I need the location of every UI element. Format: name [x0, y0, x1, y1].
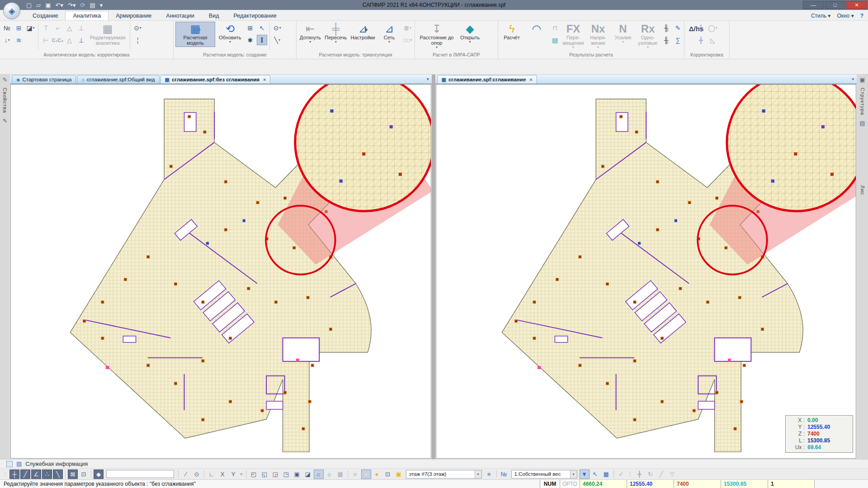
isolate-floor-button[interactable]: ▣	[394, 469, 404, 479]
apply-check-button[interactable]: ✓	[616, 469, 626, 479]
support-rigid-button[interactable]: ⊥	[76, 23, 86, 33]
sync-model-button[interactable]: ⟳	[80, 2, 85, 9]
floors-list-button[interactable]: ≡	[484, 469, 494, 479]
minimize-button[interactable]: —	[803, 1, 824, 9]
num-indicator[interactable]: NUM	[540, 480, 560, 488]
window-menu[interactable]: Окно ▾	[837, 13, 854, 19]
new-file-button[interactable]: ▢	[26, 2, 32, 9]
view-cube-back-button[interactable]: ◱	[259, 469, 269, 479]
node-target-button[interactable]: ⊙▾	[272, 23, 283, 33]
update-mesh-button[interactable]: ⊞	[245, 23, 255, 33]
visibility-selected-button[interactable]: ●	[361, 469, 371, 479]
isolate-object-button[interactable]: ⊡	[383, 469, 393, 479]
align-slabs-button[interactable]: ◻◻▾	[402, 35, 413, 45]
plane-tool2-button[interactable]: ▽	[667, 469, 677, 479]
save-button[interactable]: ▣	[45, 2, 51, 9]
load-direction-button[interactable]: ↓▾	[2, 35, 12, 45]
editable-analytics-button[interactable]: ▦ Редактируемая аналитика	[88, 22, 127, 47]
single-node-button[interactable]: RxОдно-узловые▾	[636, 22, 660, 50]
visibility-on-button[interactable]: ●	[372, 469, 382, 479]
sidebar-item-structure[interactable]: Структура	[860, 88, 865, 115]
lock-view-button[interactable]: ⊠	[68, 469, 78, 479]
support-top-hinge-button[interactable]: ⊤	[41, 23, 51, 33]
stiffness-spring-button[interactable]: ≋	[14, 35, 24, 45]
slab-loads-button[interactable]: ≣▾	[402, 23, 413, 33]
move-node-button[interactable]: ╋	[696, 23, 706, 33]
update-model-button[interactable]: ⟲ Обновить ▾	[217, 22, 244, 45]
view-cube-front-button[interactable]: ◰	[249, 469, 259, 479]
service-info-toggle[interactable]	[6, 461, 13, 467]
line-tool-button[interactable]: ∕	[181, 469, 191, 479]
qat-customize-button[interactable]: ▾	[100, 2, 103, 9]
tab-no-smoothing[interactable]: ▦ сглаживание.spf:без сглаживания ×	[160, 75, 271, 84]
unlock-view-button[interactable]: ⊡	[79, 469, 89, 479]
view-cube-left-button[interactable]: ◲	[270, 469, 280, 479]
open-in-lira-button[interactable]: ◆Открыть▾	[458, 22, 482, 45]
filter-table-button[interactable]: ▦	[601, 469, 611, 479]
view-section-button[interactable]: ◪	[303, 469, 313, 479]
snap-grid-button[interactable]: ┼	[9, 469, 19, 479]
workplane-button[interactable]: ◆	[94, 469, 104, 479]
help-menu[interactable]: ?	[860, 13, 863, 19]
properties-edit-icon[interactable]: ✎	[3, 76, 8, 83]
tab-view[interactable]: Вид	[202, 11, 226, 20]
snap-midpoint-button[interactable]: ╲	[53, 469, 63, 479]
tab-reinforcement[interactable]: Армирование	[108, 11, 159, 20]
sidebar-item-sheets[interactable]: Лис	[860, 185, 865, 195]
load-number-button[interactable]: №	[499, 469, 509, 479]
structure-panel-icon[interactable]: ▣	[859, 76, 865, 83]
move-object-button[interactable]: ╋	[635, 469, 645, 479]
floor-select[interactable]: этаж #7(3 этаж) ▾	[406, 470, 482, 479]
copy-analytics-button[interactable]: ⊞	[14, 23, 24, 33]
loadcase-select[interactable]: 1.Собственный вес ▾	[511, 470, 577, 479]
visibility-off-button[interactable]: ○	[350, 469, 360, 479]
x-constraint-button[interactable]: X	[217, 469, 227, 479]
snap-node-button[interactable]: ∴	[42, 469, 52, 479]
distance-to-supports-button[interactable]: ↧Расстояние до опор▾	[417, 22, 457, 50]
maximize-button[interactable]: □	[825, 1, 845, 9]
view-cube-top-button[interactable]: ▣	[292, 469, 302, 479]
toolbar-drag-handle[interactable]: ⋮	[628, 471, 633, 477]
model-viewport-left[interactable]	[10, 84, 431, 459]
units-button[interactable]: ▤	[90, 2, 95, 9]
snap-line-button[interactable]: ╱	[20, 469, 30, 479]
edit-section-button[interactable]: ◪▾	[25, 23, 36, 33]
filter-cursor-button[interactable]: ↖	[590, 469, 600, 479]
ortho-indicator[interactable]: ОРТО	[560, 480, 580, 488]
sum-results-button[interactable]: ∑	[673, 35, 683, 45]
support-bottom-hinge-button[interactable]: ⊢	[41, 35, 51, 45]
support-rigid2-button[interactable]: ⊥	[76, 35, 86, 45]
scale-settings-button[interactable]: ▤	[550, 35, 560, 45]
renumber-nodes-button[interactable]: №	[2, 23, 12, 33]
ortho-mode-button[interactable]: ∟	[207, 469, 217, 479]
tab-list-dropdown[interactable]: ▾	[427, 77, 429, 81]
coordinate-input[interactable]	[106, 470, 174, 478]
reach-button[interactable]: ⇤Дотянуть▾	[298, 22, 322, 45]
chevron-down-icon[interactable]: ▾	[240, 471, 243, 477]
toolbar-drag-handle[interactable]: ⋮	[3, 471, 8, 477]
tab-smoothing[interactable]: ▦ сглаживание.spf:сглаживание ×	[437, 75, 537, 84]
tab-editing[interactable]: Редактирование	[226, 11, 283, 20]
properties-edit2-icon[interactable]: ✎	[3, 117, 8, 124]
tab-overview[interactable]: ⌂ сглаживание.spf:Общий вид	[77, 75, 159, 84]
y-constraint-button[interactable]: Y	[228, 469, 238, 479]
tab-annotations[interactable]: Аннотации	[159, 11, 201, 20]
contour-button[interactable]: ¦	[132, 35, 143, 45]
filter-button[interactable]: ▼	[580, 469, 590, 479]
snap-angle-button[interactable]: ∠	[31, 469, 41, 479]
model-view2-button[interactable]: ⌂	[325, 469, 335, 479]
sheets-panel-icon[interactable]: ▤	[859, 120, 865, 127]
redo-button[interactable]: ↷▾	[68, 2, 75, 9]
support-fixed-top-button[interactable]: ⌐	[52, 23, 63, 33]
tab-analytics[interactable]: Аналитика	[65, 11, 108, 20]
stresses-button[interactable]: NxНапря-жения▾	[586, 22, 610, 50]
tab-start-page[interactable]: ◈ Стартовая страница	[12, 75, 76, 84]
rigid-body-button[interactable]: ⊙▾	[132, 23, 143, 33]
rotate-object-button[interactable]: ↻	[646, 469, 656, 479]
bar-elements-button[interactable]: I	[257, 35, 267, 45]
support-pinned-button[interactable]: △	[64, 23, 75, 33]
tab-create[interactable]: Создание	[25, 11, 65, 20]
add-line-button[interactable]: ╲▾	[272, 35, 283, 45]
style-menu[interactable]: Стиль ▾	[811, 13, 831, 19]
copy-rotate-button[interactable]: ◯▾	[708, 23, 718, 33]
